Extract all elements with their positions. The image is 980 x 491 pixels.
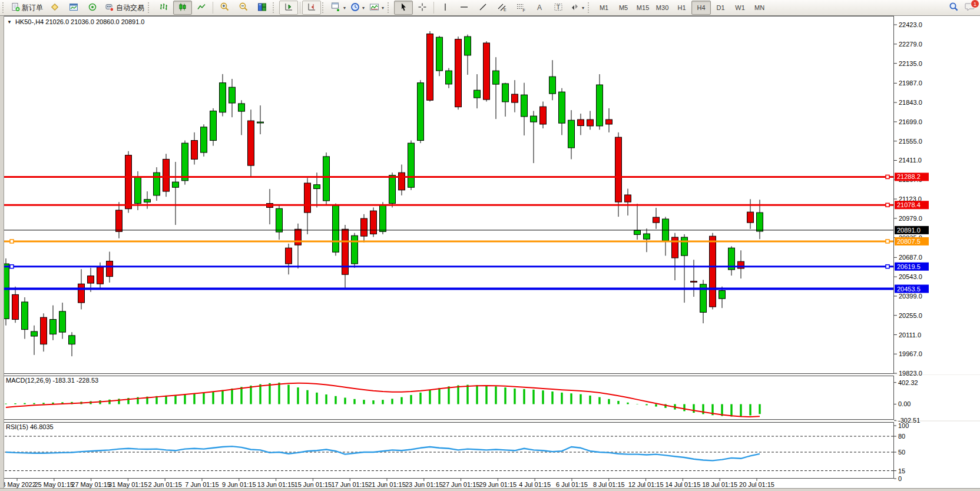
search-icon[interactable] [949,2,959,14]
chart-shift-button[interactable] [302,1,321,15]
candle[interactable] [295,229,302,245]
auto-trading-button[interactable]: 自动交易 [102,1,147,15]
tile-windows-button[interactable] [253,1,272,15]
periods-button[interactable]: ▾ [348,1,367,15]
toolbar-grip[interactable] [388,2,392,13]
candle[interactable] [182,143,188,181]
candle[interactable] [97,267,104,284]
line-handle[interactable] [886,203,889,207]
indicators-button[interactable]: ▾ [367,1,386,15]
candle[interactable] [465,37,471,55]
chart-canvas[interactable]: 22423.022279.022135.021987.021843.021699… [0,16,980,491]
toolbar-grip[interactable] [273,2,277,13]
candle[interactable] [370,211,377,234]
new-chart-button[interactable]: ▾ [329,1,348,15]
candle[interactable] [615,137,622,202]
candle[interactable] [672,237,678,258]
candle[interactable] [757,213,763,231]
candle[interactable] [446,71,452,84]
candle[interactable] [107,261,113,276]
line-handle[interactable] [10,240,14,243]
candle[interactable] [540,107,547,124]
candle[interactable] [276,208,283,232]
candle[interactable] [201,127,207,152]
line-handle[interactable] [886,175,889,178]
candle[interactable] [248,121,254,165]
candle[interactable] [314,185,320,189]
candle[interactable] [361,218,368,236]
candle[interactable] [135,177,141,204]
candle[interactable] [333,205,339,252]
notifications-button[interactable]: 1 [965,2,975,14]
candle[interactable] [12,294,19,319]
candle[interactable] [427,34,433,101]
candle[interactable] [644,234,650,239]
candle[interactable] [41,317,47,344]
candle[interactable] [634,230,641,234]
toolbar-grip[interactable] [322,2,327,13]
equidistant-channel-tool-button[interactable]: E [492,1,511,15]
candle[interactable] [455,39,462,107]
candle[interactable] [59,311,66,332]
candle[interactable] [22,302,28,330]
candlestick-mode-button[interactable] [173,1,192,15]
candle[interactable] [304,183,311,213]
line-chart-mode-button[interactable] [192,1,211,15]
candle[interactable] [380,205,386,232]
candle[interactable] [587,120,594,126]
candle[interactable] [531,116,537,122]
candle[interactable] [210,111,217,140]
candle[interactable] [747,212,754,223]
line-handle[interactable] [886,240,889,243]
auto-scroll-button[interactable] [279,1,298,15]
arrows-tool-button[interactable]: ▾ [568,1,587,15]
timeframe-h1-button[interactable]: H1 [672,1,691,15]
candle[interactable] [408,143,415,187]
candle[interactable] [719,291,726,299]
candle[interactable] [239,104,245,111]
candle[interactable] [323,157,330,201]
candle[interactable] [191,141,198,160]
candle[interactable] [31,331,38,336]
candle[interactable] [163,159,170,191]
signals-button[interactable] [83,1,102,15]
candle[interactable] [229,87,236,103]
candle[interactable] [116,210,122,231]
fibonacci-tool-button[interactable]: F [511,1,530,15]
timeframe-w1-button[interactable]: W1 [730,1,750,15]
candle[interactable] [521,95,528,117]
toolbar-grip[interactable] [2,2,7,13]
collapse-triangle-icon[interactable]: ▼ [7,19,12,25]
timeframe-d1-button[interactable]: D1 [711,1,730,15]
candle[interactable] [125,155,132,209]
market-watch-button[interactable] [45,1,64,15]
candle[interactable] [653,217,660,223]
candle[interactable] [681,237,688,256]
bar-chart-mode-button[interactable] [154,1,173,15]
text-label-tool-button[interactable]: T [549,1,568,15]
candle[interactable] [474,90,481,98]
candle[interactable] [257,122,264,123]
candle[interactable] [88,276,94,284]
candle[interactable] [493,71,499,84]
candle[interactable] [173,182,179,187]
timeframe-m5-button[interactable]: M5 [614,1,633,15]
candle[interactable] [568,120,575,148]
candle[interactable] [606,120,612,124]
candle[interactable] [389,175,396,204]
candle[interactable] [220,83,226,112]
candle[interactable] [78,284,85,303]
terminal-window-button[interactable] [64,1,83,15]
line-handle[interactable] [886,265,889,268]
candle[interactable] [625,195,631,202]
crosshair-tool-button[interactable] [413,1,432,15]
candle[interactable] [738,261,744,268]
new-order-button[interactable]: 新订单 [9,1,45,15]
candle[interactable] [342,229,349,274]
toolbar-grip[interactable] [588,2,592,13]
candle[interactable] [559,92,565,123]
timeframe-mn-button[interactable]: MN [750,1,769,15]
candle[interactable] [436,37,443,71]
horizontal-line-tool-button[interactable] [455,1,474,15]
candle[interactable] [578,120,584,125]
